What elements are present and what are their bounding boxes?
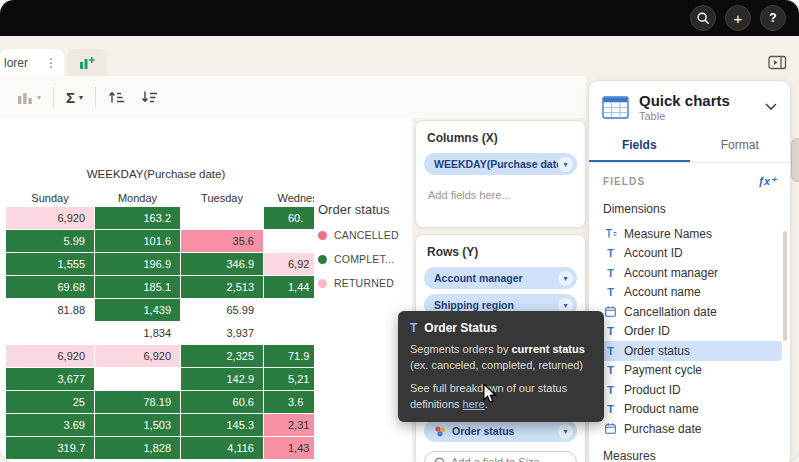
measures-label: Measures xyxy=(589,439,790,462)
viz-cell[interactable]: 6,920 xyxy=(6,345,94,367)
viz-cell[interactable]: 6,92 xyxy=(264,253,314,275)
text-field-icon: T xyxy=(604,286,617,298)
viz-cell[interactable]: 346.9 xyxy=(181,253,263,275)
viz-cell[interactable]: 2,31 xyxy=(264,414,314,436)
viz-cell[interactable]: 69.68 xyxy=(6,276,94,298)
viz-cell[interactable]: 3,677 xyxy=(6,368,94,390)
field-item-payment-cycle[interactable]: TPayment cycle xyxy=(597,361,782,381)
chevron-down-icon[interactable]: ▾ xyxy=(558,271,573,286)
toolbar-divider xyxy=(95,87,96,107)
field-item-label: Account name xyxy=(624,285,701,299)
viz-cell[interactable]: 2,325 xyxy=(181,345,263,367)
topbar: + ? xyxy=(0,0,799,36)
field-item-cancellation-date[interactable]: Cancellation date xyxy=(597,302,782,322)
viz-cell[interactable]: 1,834 xyxy=(95,322,180,344)
aggregation-button[interactable]: Σ ▾ xyxy=(62,85,87,110)
viz-cell[interactable]: 101.6 xyxy=(95,230,180,252)
viz-cell[interactable]: 1,555 xyxy=(6,253,94,275)
color-legend: Order status CANCELLEDCOMPLET...RETURNED xyxy=(318,202,399,301)
viz-cell[interactable]: 3,937 xyxy=(181,322,263,344)
dimensions-list: Measure NamesTAccount IDTAccount manager… xyxy=(589,224,790,439)
quick-charts-panel: Quick charts Table FieldsFormat FIELDS ƒ… xyxy=(588,80,791,462)
viz-cell[interactable]: 71.9 xyxy=(264,345,314,367)
text-field-icon: T xyxy=(410,321,417,335)
plus-icon: + xyxy=(734,11,743,26)
viz-cell[interactable]: 145.3 xyxy=(181,414,263,436)
field-item-label: Measure Names xyxy=(624,227,712,241)
field-item-order-id[interactable]: TOrder ID xyxy=(597,322,782,342)
viz-cell[interactable]: 65.99 xyxy=(181,299,263,321)
tab-fields[interactable]: Fields xyxy=(589,131,690,162)
legend-item[interactable]: CANCELLED xyxy=(318,229,399,241)
column-header: Tuesday xyxy=(181,190,263,206)
viz-cell[interactable]: 2,513 xyxy=(181,276,263,298)
viz-cell[interactable]: 142.9 xyxy=(181,368,263,390)
viz-cell[interactable]: 1,503 xyxy=(95,414,180,436)
tab-format[interactable]: Format xyxy=(690,131,791,162)
viz-cell[interactable]: 1,43 xyxy=(264,437,314,459)
help-button[interactable]: ? xyxy=(760,5,786,31)
toolbar-divider xyxy=(53,87,54,107)
sort-descending-button[interactable] xyxy=(137,86,162,108)
viz-cell[interactable]: 3.69 xyxy=(6,414,94,436)
viz-cell[interactable]: 1,439 xyxy=(95,299,180,321)
legend-item[interactable]: RETURNED xyxy=(318,277,399,289)
viz-cell[interactable]: 319.7 xyxy=(6,437,94,459)
chevron-down-icon[interactable]: ▾ xyxy=(558,424,573,439)
viz-cell[interactable]: 1,828 xyxy=(95,437,180,459)
viz-cell[interactable]: 1,44 xyxy=(264,276,314,298)
chart-picker-button[interactable] xyxy=(765,103,777,111)
field-item-purchase-date[interactable]: Purchase date xyxy=(597,419,782,439)
viz-cell[interactable]: 163.2 xyxy=(95,207,180,229)
workbook-tab[interactable]: lorer ⋮ xyxy=(0,49,64,76)
field-pill[interactable]: WEEKDAY(Purchase date)▾ xyxy=(424,153,577,175)
viz-cell[interactable]: 4,116 xyxy=(181,437,263,459)
add-button[interactable]: + xyxy=(725,5,751,31)
viz-cell[interactable]: 6,920 xyxy=(6,207,94,229)
viz-cell[interactable]: 78.19 xyxy=(95,391,180,413)
chevron-down-icon[interactable]: ▾ xyxy=(558,157,573,172)
field-item-product-name[interactable]: TProduct name xyxy=(597,400,782,420)
field-item-measure-names[interactable]: Measure Names xyxy=(597,224,782,244)
size-drop-zone[interactable]: Add a field to Size xyxy=(424,451,577,462)
legend-item[interactable]: COMPLET... xyxy=(318,253,399,265)
field-item-label: Account ID xyxy=(624,246,683,260)
panel-toggle-button[interactable] xyxy=(768,49,787,76)
viz-cell[interactable]: 60. xyxy=(264,207,314,229)
field-item-order-status[interactable]: TOrder status xyxy=(597,341,782,361)
viz-cell[interactable]: 81.88 xyxy=(6,299,94,321)
viz-cell[interactable]: 60.6 xyxy=(181,391,263,413)
color-pill[interactable]: Order status ▾ xyxy=(424,420,577,442)
highlight-table: SundayMondayTuesdayWednesday6,920163.260… xyxy=(6,190,314,459)
viz-cell[interactable]: 5,21 xyxy=(264,368,314,390)
sigma-icon: Σ xyxy=(66,89,75,106)
field-item-label: Order status xyxy=(624,344,690,358)
viz-cell[interactable]: 3.6 xyxy=(264,391,314,413)
field-item-account-manager[interactable]: TAccount manager xyxy=(597,263,782,283)
tab-menu-icon[interactable]: ⋮ xyxy=(43,56,59,70)
viz-cell xyxy=(264,230,314,252)
fields-header-row: FIELDS ƒx⁺ xyxy=(589,163,790,190)
create-calculated-field-icon[interactable]: ƒx⁺ xyxy=(758,175,776,188)
viz-cell[interactable]: 196.9 xyxy=(95,253,180,275)
new-sheet-tab[interactable] xyxy=(67,49,107,76)
chart-type-button[interactable]: ▾ xyxy=(14,87,45,108)
viz-cell[interactable]: 35.6 xyxy=(181,230,263,252)
field-item-account-name[interactable]: TAccount name xyxy=(597,283,782,303)
columns-drop-zone[interactable]: Add fields here... xyxy=(428,189,577,201)
field-item-product-id[interactable]: TProduct ID xyxy=(597,380,782,400)
search-button[interactable] xyxy=(690,5,716,31)
collapsed-panel-handle[interactable] xyxy=(791,138,799,182)
field-item-account-id[interactable]: TAccount ID xyxy=(597,244,782,264)
field-pill[interactable]: Account manager▾ xyxy=(424,267,577,289)
viz-cell[interactable]: 185.1 xyxy=(95,276,180,298)
viz-cell[interactable]: 25 xyxy=(6,391,94,413)
fields-scrollbar[interactable] xyxy=(783,231,787,341)
text-field-icon: T xyxy=(604,364,617,376)
viz-cell[interactable]: 6,920 xyxy=(95,345,180,367)
viz-cell[interactable]: 5.99 xyxy=(6,230,94,252)
sort-ascending-button[interactable] xyxy=(104,86,129,108)
field-item-label: Payment cycle xyxy=(624,363,702,377)
panel-subtitle: Table xyxy=(639,110,730,122)
field-item-label: Product name xyxy=(624,402,699,416)
